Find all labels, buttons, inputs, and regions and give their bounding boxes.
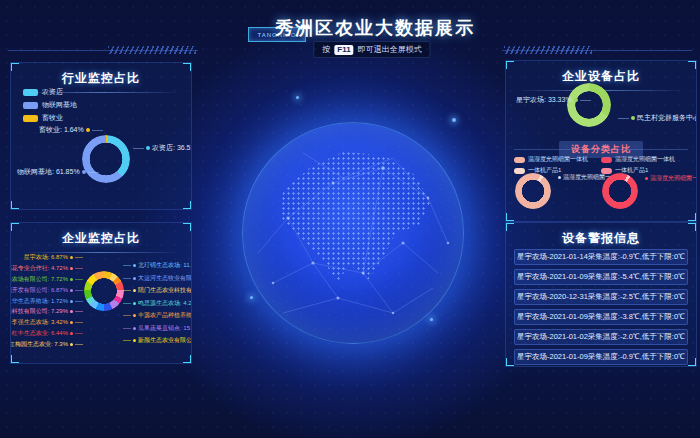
corner-bracket (10, 222, 19, 231)
alarm-row: 星宇农场-2020-12-31采集温度:-2.5℃,低于下限:0℃ (514, 289, 688, 305)
callout-iot-base: 物联网基地: 61.85% (17, 167, 99, 177)
label-marker (133, 289, 136, 292)
enterprise-label: 大运河生态牧业有限责任公.. (123, 274, 189, 283)
callout-lead-line (580, 100, 591, 101)
enterprise-label: 丰源农产品种植养殖基..: 1. (123, 311, 189, 320)
legend-swatch (23, 115, 38, 122)
enterprise-donut-chart[interactable] (84, 271, 124, 311)
legend-swatch (23, 89, 38, 96)
legend-item[interactable]: 畜牧业 (23, 113, 77, 123)
legend-swatch (514, 168, 525, 174)
dashboard-stage: TANGNIAO 秀洲区农业大数据展示 按 F11 即可退出全屏模式 (0, 0, 700, 438)
alarm-row: 星宇农场-2021-01-09采集温度:-0.9℃,低于下限:0℃ (514, 349, 688, 365)
label-marker (70, 343, 73, 346)
label-lead-line (75, 257, 83, 258)
callout-marker (86, 128, 90, 132)
device-donut-chart[interactable] (567, 83, 611, 127)
label-marker (70, 310, 73, 313)
device-class-donut-right[interactable] (602, 173, 638, 209)
panel-title: 企业监控占比 (11, 223, 191, 247)
legend-item[interactable]: 物联网基地 (23, 100, 77, 110)
corner-bracket (183, 62, 192, 71)
legend-label: 农资店 (42, 87, 63, 97)
corner-bracket (505, 222, 514, 231)
globe-network-mesh (243, 123, 463, 343)
enterprise-label: 红丰生态农业: 6.44% (12, 329, 83, 338)
label-marker (70, 332, 73, 335)
panel-title: 企业设备占比 (506, 61, 696, 85)
label-lead-line (75, 333, 83, 334)
corner-bracket (183, 222, 192, 231)
label-marker (70, 278, 73, 281)
corner-bracket (10, 355, 19, 364)
callout-lead-line (133, 148, 144, 149)
label-marker (133, 264, 136, 267)
label-lead-line (75, 268, 83, 269)
label-lead-line (75, 279, 83, 280)
label-lead-line (123, 340, 131, 341)
enterprise-label: 红梅园生态农业: 7.3% (10, 340, 83, 349)
bg-spark (296, 96, 299, 99)
bg-spark (430, 318, 433, 321)
corner-bracket (688, 60, 697, 69)
enterprise-label: 国开发有限公司: 6.87% (10, 286, 83, 295)
industry-monitor-panel: 行业监控占比 农资店 物联网基地 畜牧业 (10, 62, 192, 210)
corner-bracket (505, 213, 514, 222)
enterprise-label: 新颜生态农业有限公司: 6.87% (123, 336, 189, 345)
alarm-list: 星宇农场-2021-01-14采集温度:-0.9℃,低于下限:0℃ 星宇农场-2… (514, 249, 688, 365)
alarm-row: 星宇农场-2021-01-09采集温度:-5.4℃,低于下限:0℃ (514, 269, 688, 285)
enterprise-labels-left: 星宇农场: 6.87% 秀洲菊花专业合作社: 4.72% 家燕农场有限公司: 7… (13, 253, 83, 349)
bg-spark (452, 118, 456, 122)
hint-suffix: 即可退出全屏模式 (358, 44, 422, 55)
callout-lead-line (88, 172, 99, 173)
legend-label: 物联网基地 (42, 100, 77, 110)
label-lead-line (123, 290, 131, 291)
legend-swatch (601, 168, 612, 174)
callout-lead-line (618, 118, 629, 119)
industry-legend: 农资店 物联网基地 畜牧业 (23, 87, 77, 123)
device-alarm-panel: 设备警报信息 星宇农场-2021-01-14采集温度:-0.9℃,低于下限:0℃… (505, 222, 697, 367)
callout-service-center: 民主村党群服务中心: (618, 113, 697, 123)
callout-farm-store: 农资店: 36.51% (133, 143, 192, 153)
label-marker (70, 300, 73, 303)
label-lead-line (75, 322, 83, 323)
enterprise-monitor-panel: 企业监控占比 星宇农场: 6.87% 秀洲菊花专业合作社: 4.72% 家燕 (10, 222, 192, 364)
legend-swatch (514, 157, 525, 163)
callout-marker (645, 177, 648, 180)
alarm-row: 星宇农场-2021-01-09采集温度:-3.8℃,低于下限:0℃ (514, 309, 688, 325)
label-lead-line (123, 328, 131, 329)
device-ratio-panel: 企业设备占比 星宇农场: 33.33% 民主村党群服务中心: 设备分类占比 温湿… (505, 60, 697, 222)
device-class-subtitle: 设备分类占比 (559, 141, 643, 158)
enterprise-label: 星宇农场: 6.87% (24, 253, 83, 262)
f11-key-badge: F11 (334, 45, 353, 55)
label-marker (133, 327, 136, 330)
device-class-legend-left: 温湿度光照细菌一体机 一体机产品1 (514, 155, 588, 175)
fullscreen-hint: 按 F11 即可退出全屏模式 (313, 41, 430, 58)
device-class-donut-left[interactable] (515, 173, 551, 209)
label-lead-line (123, 315, 131, 316)
label-marker (133, 314, 136, 317)
label-lead-line (75, 290, 83, 291)
label-marker (70, 321, 73, 324)
device-class-legend-right: 温湿度光照细菌一体机 一体机产品1 (601, 155, 675, 175)
enterprise-label: 瓜果蔬菜直销点: 15.02% (123, 324, 189, 333)
callout-marker (82, 170, 86, 174)
label-lead-line (75, 344, 83, 345)
corner-bracket (688, 358, 697, 367)
hint-prefix: 按 (322, 44, 330, 55)
enterprise-label: 鸣思源生态农场: 4.29 (123, 299, 189, 308)
legend-item[interactable]: 农资店 (23, 87, 77, 97)
corner-bracket (505, 60, 514, 69)
corner-bracket (183, 201, 192, 210)
alarm-row: 星宇农场-2021-01-14采集温度:-0.9℃,低于下限:0℃ (514, 249, 688, 265)
label-lead-line (75, 301, 83, 302)
globe (242, 122, 464, 344)
callout-marker (631, 116, 635, 120)
enterprise-label: 中绿科技有限公司: 7.29% (10, 307, 83, 316)
callout-marker (574, 98, 578, 102)
header-deco-hatch-left (108, 46, 196, 54)
enterprise-label: 上华生态养殖场: 1.72% (10, 297, 83, 306)
enterprise-label: 北玎锦生态农场: 11.16% (123, 261, 189, 270)
label-lead-line (123, 265, 131, 266)
callout-xingyu-farm: 星宇农场: 33.33% (516, 95, 591, 105)
